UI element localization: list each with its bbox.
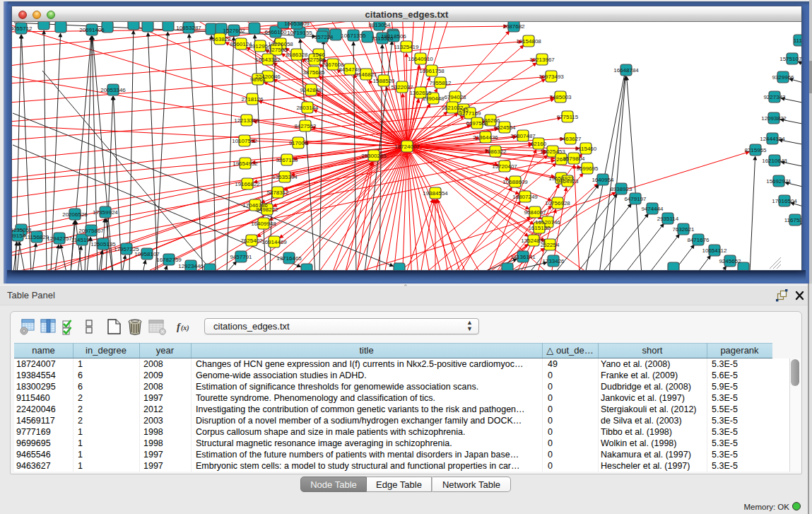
svg-text:(x): (x) xyxy=(181,324,189,332)
